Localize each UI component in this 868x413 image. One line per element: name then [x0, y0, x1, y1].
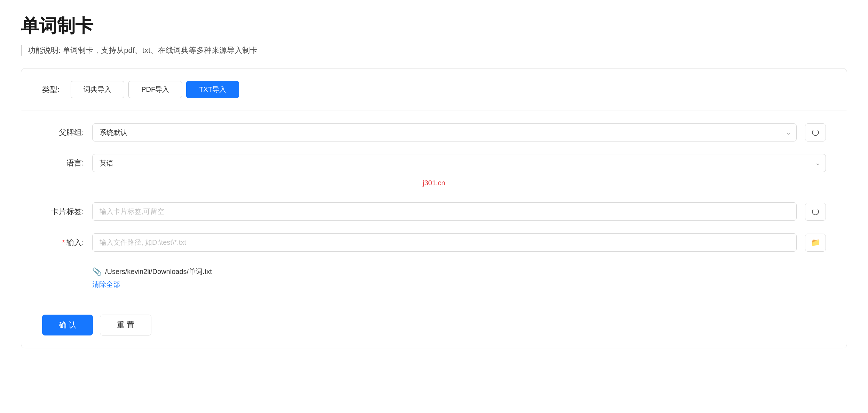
paperclip-icon: 📎 [92, 267, 102, 276]
clear-all-link[interactable]: 清除全部 [92, 280, 826, 289]
page-title: 单词制卡 [21, 14, 847, 38]
confirm-button[interactable]: 确 认 [42, 315, 93, 335]
parent-group-row: 父牌组: 系统默认 ⌄ [42, 123, 826, 141]
language-input-wrapper: 英语 ⌄ [92, 154, 826, 172]
file-path: 📎 /Users/kevin2li/Downloads/单词.txt [92, 267, 826, 276]
type-btn-pdf[interactable]: PDF导入 [128, 81, 182, 98]
language-select[interactable]: 英语 [92, 154, 826, 172]
card-tag-row: 卡片标签: [42, 202, 826, 221]
browse-folder-button[interactable]: 📁 [805, 234, 826, 252]
fields-section: 父牌组: 系统默认 ⌄ 语言: 英语 ⌄ [21, 111, 847, 302]
language-row: 语言: 英语 ⌄ [42, 154, 826, 172]
file-path-text: /Users/kevin2li/Downloads/单词.txt [105, 267, 212, 276]
card-tag-label: 卡片标签: [42, 206, 84, 217]
language-label: 语言: [42, 158, 84, 168]
input-path-label: *输入: [42, 237, 84, 248]
form-rows: 父牌组: 系统默认 ⌄ 语言: 英语 ⌄ [42, 123, 826, 289]
type-label: 类型: [42, 84, 60, 95]
refresh-icon [812, 129, 819, 136]
refresh-parent-group-button[interactable] [805, 123, 826, 141]
parent-group-label: 父牌组: [42, 127, 84, 138]
type-row: 类型: 词典导入 PDF导入 TXT导入 [42, 81, 826, 98]
required-star: * [62, 238, 65, 247]
card-tag-input[interactable] [92, 202, 797, 221]
parent-group-select[interactable]: 系统默认 [92, 123, 797, 141]
input-path-row: *输入: 📁 [42, 233, 826, 252]
card-tag-input-wrapper [92, 202, 797, 221]
description-bar: 功能说明: 单词制卡，支持从pdf、txt、在线词典等多种来源导入制卡 [21, 45, 847, 56]
type-btn-txt[interactable]: TXT导入 [186, 81, 239, 98]
folder-icon: 📁 [811, 238, 820, 247]
type-section: 类型: 词典导入 PDF导入 TXT导入 [21, 68, 847, 111]
refresh-tag-button[interactable] [805, 203, 826, 221]
type-btn-dict[interactable]: 词典导入 [71, 81, 124, 98]
reset-button[interactable]: 重 置 [100, 315, 151, 335]
input-path-input[interactable] [92, 233, 797, 252]
file-info: 📎 /Users/kevin2li/Downloads/单词.txt 清除全部 [92, 267, 826, 289]
refresh-icon-2 [812, 208, 819, 215]
parent-group-input-wrapper: 系统默认 ⌄ [92, 123, 797, 141]
action-section: 确 认 重 置 [21, 302, 847, 348]
input-path-input-wrapper [92, 233, 797, 252]
watermark-text: j301.cn [42, 179, 826, 187]
form-card: 类型: 词典导入 PDF导入 TXT导入 父牌组: 系统默认 ⌄ [21, 68, 847, 348]
